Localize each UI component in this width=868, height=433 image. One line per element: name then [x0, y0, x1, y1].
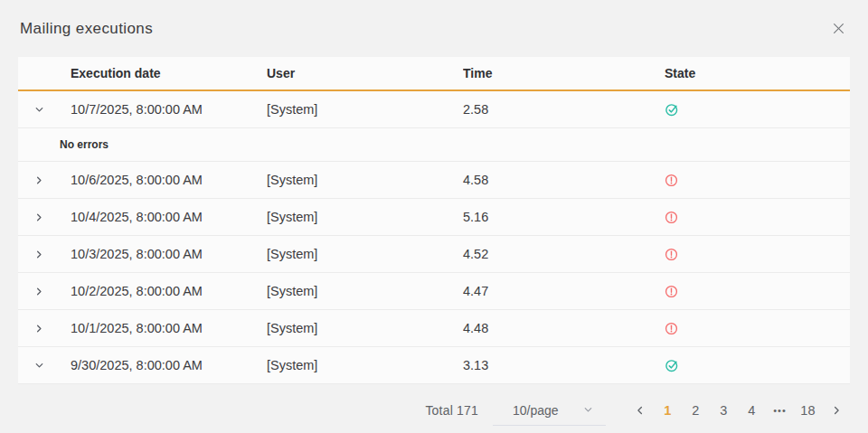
page-size-value: 10/page	[513, 403, 559, 418]
chevron-down-icon	[582, 404, 594, 416]
dialog-title: Mailing executions	[20, 20, 153, 38]
circle-exclamation-icon	[665, 322, 678, 335]
cell-user: [System]	[267, 102, 463, 117]
table-row[interactable]: 10/4/2025, 8:00:00 AM [System] 5.16	[18, 199, 850, 236]
circle-exclamation-icon	[665, 248, 678, 261]
col-header-user: User	[267, 66, 463, 80]
table-row[interactable]: 10/1/2025, 8:00:00 AM [System] 4.48	[18, 310, 850, 347]
circle-exclamation-icon	[665, 211, 678, 224]
table-row[interactable]: 10/3/2025, 8:00:00 AM [System] 4.52	[18, 236, 850, 273]
circle-exclamation-icon	[665, 285, 678, 298]
page-size-select[interactable]: 10/page	[493, 395, 606, 426]
detail-message: No errors	[60, 138, 108, 151]
cell-user: [System]	[267, 173, 463, 187]
circle-check-icon	[665, 102, 680, 118]
prev-page-button[interactable]	[626, 396, 654, 425]
expand-chevron-icon[interactable]	[33, 323, 45, 334]
expand-chevron-icon[interactable]	[33, 104, 45, 116]
cell-execution-date: 10/7/2025, 8:00:00 AM	[71, 102, 267, 117]
cell-user: [System]	[267, 321, 463, 335]
col-header-time: Time	[463, 66, 665, 80]
cell-time: 3.13	[463, 358, 665, 372]
expand-chevron-icon[interactable]	[33, 249, 45, 260]
cell-user: [System]	[267, 247, 463, 261]
detail-row: No errors	[18, 128, 850, 162]
pager-pages: 1234•••18	[654, 396, 822, 425]
table-row[interactable]: 10/2/2025, 8:00:00 AM [System] 4.47	[18, 273, 850, 310]
chevron-right-icon	[831, 405, 842, 416]
expand-chevron-icon[interactable]	[33, 174, 45, 186]
cell-user: [System]	[267, 284, 463, 298]
pager-page-active[interactable]: 1	[654, 396, 682, 425]
circle-exclamation-icon	[665, 174, 678, 187]
cell-time: 4.52	[463, 247, 665, 261]
cell-execution-date: 10/4/2025, 8:00:00 AM	[71, 210, 267, 224]
col-header-state: State	[665, 66, 850, 80]
cell-execution-date: 10/1/2025, 8:00:00 AM	[71, 321, 267, 335]
cell-time: 4.48	[463, 321, 665, 335]
cell-execution-date: 10/6/2025, 8:00:00 AM	[71, 173, 267, 187]
pager-page[interactable]: 18	[794, 396, 822, 425]
expand-chevron-icon[interactable]	[33, 286, 45, 297]
col-header-execution-date: Execution date	[71, 66, 267, 80]
pager-page[interactable]: 4	[738, 396, 766, 425]
cell-time: 4.47	[463, 284, 665, 298]
cell-user: [System]	[267, 358, 463, 372]
mailing-executions-dialog: Mailing executions Execution date User T…	[0, 0, 868, 433]
table-body: 10/7/2025, 8:00:00 AM [System] 2.58 No e…	[18, 91, 850, 384]
executions-table: Execution date User Time State 10/7/2025…	[18, 57, 850, 384]
cell-execution-date: 10/3/2025, 8:00:00 AM	[71, 247, 267, 261]
cell-time: 4.58	[463, 173, 665, 187]
cell-execution-date: 9/30/2025, 8:00:00 AM	[71, 358, 267, 372]
close-icon	[832, 22, 845, 35]
pager-more[interactable]: •••	[766, 396, 794, 425]
pager-page[interactable]: 2	[682, 396, 710, 425]
pager: 1234•••18	[626, 396, 850, 425]
table-row[interactable]: 9/30/2025, 8:00:00 AM [System] 3.13	[18, 347, 850, 384]
next-page-button[interactable]	[822, 396, 850, 425]
circle-check-icon	[665, 358, 680, 373]
expand-chevron-icon[interactable]	[33, 360, 45, 372]
chevron-left-icon	[635, 405, 646, 416]
cell-time: 2.58	[463, 102, 665, 117]
table-row[interactable]: 10/7/2025, 8:00:00 AM [System] 2.58	[18, 91, 850, 128]
pagination-bar: Total 171 10/page 1234•••18	[18, 394, 850, 427]
close-button[interactable]	[825, 15, 852, 42]
total-count: Total 171	[425, 403, 478, 418]
cell-user: [System]	[267, 210, 463, 224]
table-header-row: Execution date User Time State	[18, 57, 850, 91]
expand-chevron-icon[interactable]	[33, 212, 45, 223]
pager-page[interactable]: 3	[710, 396, 738, 425]
dialog-header: Mailing executions	[0, 0, 868, 57]
table-row[interactable]: 10/6/2025, 8:00:00 AM [System] 4.58	[18, 162, 850, 199]
cell-execution-date: 10/2/2025, 8:00:00 AM	[71, 284, 267, 298]
cell-time: 5.16	[463, 210, 665, 224]
